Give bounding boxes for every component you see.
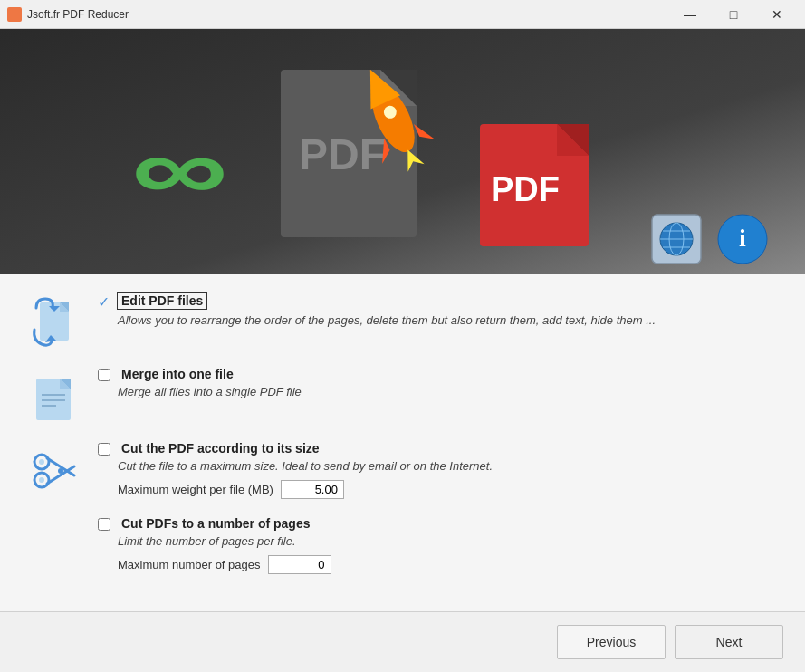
option-edit: ✓ Edit PDF files Allows you to rearrange… bbox=[27, 292, 778, 350]
cut-pages-extra-label: Maximum number of pages bbox=[118, 558, 261, 571]
option-merge: Merge into one file Merge all files into… bbox=[27, 366, 778, 424]
cut-size-option-title: Cut the PDF according to its size bbox=[118, 440, 323, 456]
svg-text:PDF: PDF bbox=[299, 130, 386, 178]
cut-size-option-body: Cut the PDF according to its size Cut th… bbox=[98, 440, 778, 499]
option-cut-pages: Cut PDFs to a number of pages Limit the … bbox=[27, 515, 778, 574]
merge-checkbox[interactable] bbox=[98, 369, 110, 381]
merge-pdf-icon bbox=[27, 370, 81, 424]
edit-option-body: ✓ Edit PDF files Allows you to rearrange… bbox=[98, 292, 778, 329]
header-banner: PDF PDF ∞ bbox=[0, 29, 805, 274]
option-cut-size: Cut the PDF according to its size Cut th… bbox=[27, 440, 778, 499]
cut-pages-value-input[interactable]: 0 bbox=[268, 555, 331, 574]
cut-size-extra-label: Maximum weight per file (MB) bbox=[118, 483, 273, 496]
cut-pages-option-title: Cut PDFs to a number of pages bbox=[118, 515, 313, 532]
svg-point-40 bbox=[39, 459, 44, 465]
edit-pdf-icon bbox=[27, 295, 81, 350]
edit-checkmark: ✓ bbox=[98, 293, 110, 311]
cut-pages-option-header: Cut PDFs to a number of pages bbox=[98, 515, 778, 532]
edit-option-header: ✓ Edit PDF files bbox=[98, 292, 778, 311]
app-title: Jsoft.fr PDF Reducer bbox=[27, 8, 129, 21]
window-controls: — □ ✕ bbox=[669, 2, 798, 27]
merge-option-body: Merge into one file Merge all files into… bbox=[98, 366, 778, 400]
cut-pages-extra: Maximum number of pages 0 bbox=[118, 555, 778, 574]
next-button[interactable]: Next bbox=[675, 625, 783, 659]
title-bar-left: Jsoft.fr PDF Reducer bbox=[7, 7, 129, 22]
close-button[interactable]: ✕ bbox=[756, 2, 798, 27]
svg-text:∞: ∞ bbox=[131, 119, 228, 217]
scissors-icon bbox=[27, 444, 81, 498]
minimize-button[interactable]: — bbox=[669, 2, 711, 27]
svg-text:PDF: PDF bbox=[491, 170, 560, 208]
merge-option-title: Merge into one file bbox=[118, 366, 237, 382]
cut-size-extra: Maximum weight per file (MB) 5.00 bbox=[118, 480, 778, 499]
previous-button[interactable]: Previous bbox=[557, 625, 666, 659]
title-bar: Jsoft.fr PDF Reducer — □ ✕ bbox=[0, 0, 805, 29]
app-icon bbox=[7, 7, 22, 22]
merge-option-desc: Merge all files into a single PDF file bbox=[118, 384, 778, 400]
edit-option-desc: Allows you to rearrange the order of the… bbox=[118, 312, 778, 329]
svg-point-39 bbox=[58, 468, 63, 474]
maximize-button[interactable]: □ bbox=[713, 2, 754, 27]
cut-size-option-desc: Cut the file to a maximum size. Ideal to… bbox=[118, 458, 778, 475]
edit-option-title: Edit PDF files bbox=[117, 292, 207, 310]
cut-size-checkbox[interactable] bbox=[98, 443, 110, 456]
cut-pages-option-desc: Limit the number of pages per file. bbox=[118, 533, 778, 550]
svg-point-41 bbox=[39, 477, 44, 483]
cut-size-option-header: Cut the PDF according to its size bbox=[98, 440, 778, 456]
cut-size-value-input[interactable]: 5.00 bbox=[281, 480, 344, 499]
cut-pages-option-body: Cut PDFs to a number of pages Limit the … bbox=[98, 515, 778, 574]
footer: Previous Next bbox=[0, 611, 805, 672]
merge-option-header: Merge into one file bbox=[98, 366, 778, 382]
svg-text:i: i bbox=[739, 224, 746, 252]
cut-pages-checkbox[interactable] bbox=[98, 518, 110, 531]
